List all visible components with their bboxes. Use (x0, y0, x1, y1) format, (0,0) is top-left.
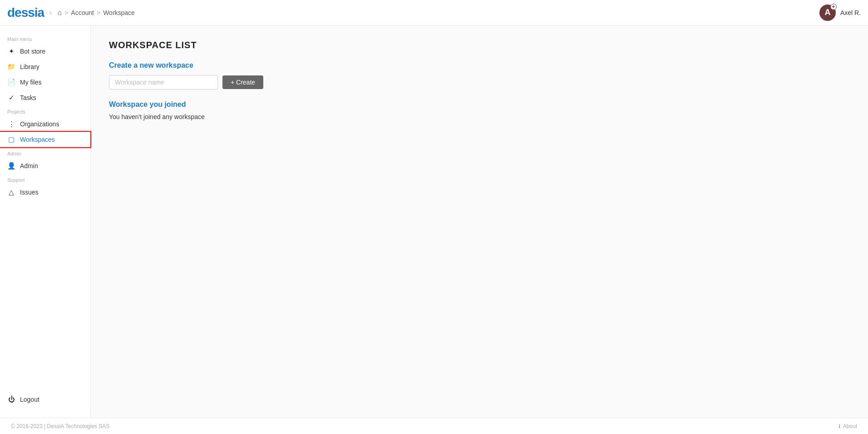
sidebar-bottom: ⏻ Logout (0, 388, 90, 410)
admin-label: Admin (0, 147, 90, 158)
nav-back-button[interactable]: ‹ (49, 9, 52, 17)
breadcrumb-home-icon[interactable]: ⌂ (58, 9, 62, 17)
breadcrumb-sep-1: > (64, 9, 68, 16)
header-right: A + Axel R. (819, 5, 861, 21)
breadcrumb-workspace: Workspace (103, 9, 135, 16)
sidebar-item-label: My files (20, 79, 41, 86)
create-button[interactable]: + Create (222, 75, 263, 89)
sidebar-item-my-files[interactable]: 📄 My files (0, 75, 90, 90)
main-layout: Main menu ✦ Bot store 📁 Library 📄 My fil… (0, 25, 868, 418)
sidebar-item-label: Organizations (20, 120, 59, 128)
sidebar-item-label: Bot store (20, 48, 45, 55)
joined-empty-message: You haven't joined any workspace (109, 113, 850, 120)
issues-icon: △ (7, 188, 15, 196)
library-icon: 📁 (7, 63, 15, 71)
bot-store-icon: ✦ (7, 47, 15, 55)
sidebar-item-logout[interactable]: ⏻ Logout (0, 392, 90, 407)
create-row: + Create (109, 75, 850, 90)
create-section-title: Create a new workspace (109, 61, 850, 70)
projects-label: Projects (0, 105, 90, 116)
sidebar-item-library[interactable]: 📁 Library (0, 59, 90, 75)
workspaces-icon: ▢ (7, 135, 15, 144)
sidebar-item-workspaces[interactable]: ▢ Workspaces (0, 132, 90, 147)
footer: © 2016-2023 | DessiA Technologies SAS ℹ … (0, 418, 868, 434)
tasks-icon: ✓ (7, 94, 15, 102)
sidebar: Main menu ✦ Bot store 📁 Library 📄 My fil… (0, 25, 91, 418)
workspace-name-input[interactable] (109, 75, 218, 90)
breadcrumb-sep-2: > (97, 9, 100, 16)
user-name: Axel R. (840, 9, 861, 16)
support-label: Support (0, 174, 90, 185)
header: dessia ‹ ⌂ > Account > Workspace A + Axe… (0, 0, 868, 25)
organizations-icon: ⋮ (7, 120, 15, 128)
page-title: WORKSPACE LIST (109, 40, 850, 50)
logout-icon: ⏻ (7, 395, 15, 403)
main-menu-label: Main menu (0, 33, 90, 44)
logo: dessia (7, 5, 44, 20)
breadcrumb-account[interactable]: Account (71, 9, 94, 16)
sidebar-item-label: Tasks (20, 94, 36, 101)
about-icon: ℹ (838, 423, 841, 429)
admin-icon: 👤 (7, 162, 15, 170)
my-files-icon: 📄 (7, 78, 15, 86)
sidebar-item-admin[interactable]: 👤 Admin (0, 158, 90, 174)
sidebar-item-label: Workspaces (20, 136, 55, 143)
about-label: About (843, 423, 857, 429)
footer-copyright: © 2016-2023 | DessiA Technologies SAS (11, 423, 109, 429)
sidebar-item-label: Issues (20, 189, 38, 196)
sidebar-item-organizations[interactable]: ⋮ Organizations (0, 116, 90, 132)
avatar[interactable]: A + (819, 5, 836, 21)
create-button-label: + Create (231, 79, 255, 86)
sidebar-top: Main menu ✦ Bot store 📁 Library 📄 My fil… (0, 33, 90, 200)
avatar-plus-icon: + (830, 4, 837, 10)
about-button[interactable]: ℹ About (838, 423, 857, 429)
breadcrumb: ⌂ > Account > Workspace (58, 9, 135, 17)
joined-section-title: Workspace you joined (109, 100, 850, 109)
logout-label: Logout (20, 396, 39, 403)
sidebar-item-tasks[interactable]: ✓ Tasks (0, 90, 90, 105)
sidebar-item-bot-store[interactable]: ✦ Bot store (0, 44, 90, 59)
content-area: WORKSPACE LIST Create a new workspace + … (91, 25, 868, 418)
sidebar-item-issues[interactable]: △ Issues (0, 185, 90, 200)
avatar-text: A (824, 8, 830, 17)
sidebar-item-label: Admin (20, 162, 38, 170)
header-left: dessia ‹ ⌂ > Account > Workspace (7, 5, 135, 20)
sidebar-item-label: Library (20, 63, 39, 70)
